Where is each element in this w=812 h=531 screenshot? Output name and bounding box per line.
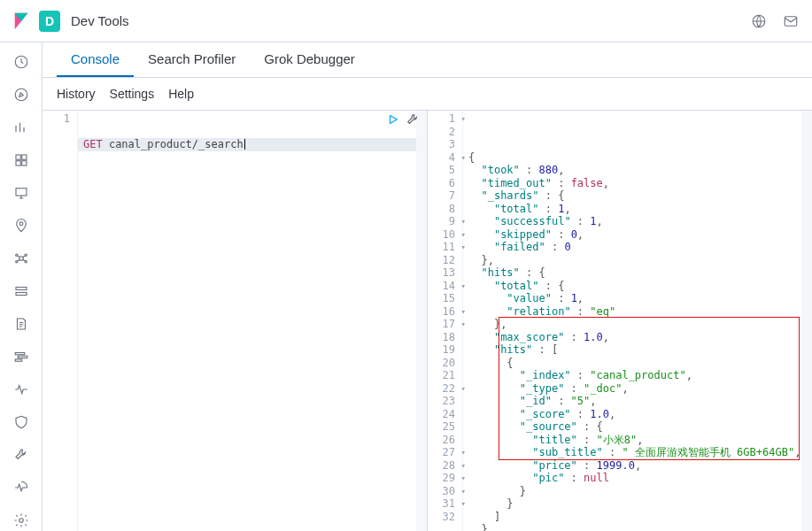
main-layout: Console Search Profiler Grok Debugger Hi… (0, 42, 812, 531)
line-number: 1 (46, 112, 70, 126)
code-line: "_type" : "_doc", (468, 382, 796, 396)
line-number: 8 (431, 203, 455, 216)
logs-icon[interactable] (11, 314, 32, 335)
metrics-icon[interactable] (11, 281, 32, 301)
code-line: }, (468, 254, 796, 267)
line-number: 12 (431, 254, 455, 267)
code-line: "skipped" : 0, (468, 228, 796, 242)
monitoring-icon[interactable] (11, 478, 32, 498)
ml-icon[interactable] (11, 248, 32, 268)
line-number: 3 (431, 138, 455, 151)
line-number: 26 (431, 434, 455, 447)
line-number: 24 (431, 408, 455, 421)
line-number: 15 (431, 292, 455, 305)
request-actions (386, 112, 420, 127)
code-line: ] (468, 511, 796, 524)
code-line: { (468, 151, 796, 165)
top-header: D Dev Tools (0, 0, 812, 42)
line-number: 5 (431, 164, 455, 177)
line-number: 32 (431, 511, 455, 524)
request-pane[interactable]: 1 GET canal_product/_search (43, 111, 428, 531)
code-line: "max_score" : 1.0, (468, 331, 796, 344)
code-line: "pic" : null (468, 472, 796, 485)
content-area: Console Search Profiler Grok Debugger Hi… (43, 42, 812, 531)
app-badge[interactable]: D (39, 11, 60, 32)
request-scrollbar[interactable] (416, 111, 427, 531)
canvas-icon[interactable] (11, 182, 32, 203)
response-pane[interactable]: 1234567891011121314151617181920212223242… (428, 111, 812, 531)
response-viewer[interactable]: { "took" : 880, "timed_out" : false, "_s… (463, 111, 801, 531)
maps-icon[interactable] (11, 215, 32, 235)
svg-point-13 (15, 261, 17, 263)
code-line: "_index" : "canal_product", (468, 369, 796, 382)
code-line: "failed" : 0 (468, 241, 796, 254)
recently-viewed-icon[interactable] (11, 51, 32, 72)
dev-tools-icon[interactable] (11, 445, 32, 466)
code-line: "_score" : 1.0, (468, 408, 796, 421)
code-line: "total" : 1, (468, 203, 796, 216)
svg-point-20 (19, 519, 23, 523)
response-scrollbar[interactable] (801, 111, 812, 531)
svg-rect-4 (16, 155, 20, 159)
line-number: 9 (431, 215, 455, 228)
line-number: 13 (431, 266, 455, 280)
line-number: 16 (431, 305, 455, 319)
svg-rect-8 (16, 189, 27, 196)
request-line[interactable]: GET canal_product/_search (78, 138, 416, 151)
dashboard-icon[interactable] (11, 150, 32, 170)
code-line: "_source" : { (468, 420, 796, 434)
side-rail (0, 42, 43, 531)
line-number: 27 (431, 446, 455, 459)
svg-point-11 (15, 254, 17, 256)
request-editor[interactable]: GET canal_product/_search (78, 111, 416, 531)
submenu-settings[interactable]: Settings (110, 87, 155, 101)
code-line: } (468, 485, 796, 498)
line-number: 17 (431, 318, 455, 331)
code-line: "successful" : 1, (468, 215, 796, 228)
tab-console[interactable]: Console (57, 42, 134, 77)
uptime-icon[interactable] (11, 380, 32, 400)
code-line: "sub_title" : " 全面屏游戏智能手机 6GB+64GB", (468, 446, 796, 459)
svg-rect-1 (785, 16, 797, 26)
code-line: "hits" : { (468, 266, 796, 280)
code-line: "hits" : [ (468, 343, 796, 357)
svg-point-9 (19, 222, 23, 226)
svg-rect-7 (21, 160, 26, 165)
line-number: 22 (431, 382, 455, 396)
text-cursor (244, 139, 245, 150)
line-number: 31 (431, 497, 455, 511)
management-icon[interactable] (11, 511, 32, 531)
tab-grok-debugger[interactable]: Grok Debugger (250, 42, 369, 77)
discover-icon[interactable] (11, 84, 32, 104)
send-request-button[interactable] (386, 112, 400, 127)
code-line: "title" : "小米8", (468, 434, 796, 447)
code-line: { (468, 357, 796, 370)
svg-rect-16 (16, 292, 27, 295)
code-line: "timed_out" : false, (468, 177, 796, 190)
code-line: "took" : 880, (468, 164, 796, 177)
submenu-help[interactable]: Help (168, 87, 194, 101)
news-icon[interactable] (748, 11, 769, 32)
tab-search-profiler[interactable]: Search Profiler (134, 42, 250, 77)
request-options-button[interactable] (406, 112, 420, 127)
line-number: 19 (431, 343, 455, 357)
code-line: } (468, 497, 796, 511)
request-gutter: 1 (43, 111, 78, 531)
feedback-icon[interactable] (780, 11, 801, 32)
line-number: 21 (431, 369, 455, 382)
line-number: 30 (431, 485, 455, 498)
visualize-icon[interactable] (11, 117, 32, 137)
svg-point-3 (15, 88, 27, 101)
siem-icon[interactable] (11, 412, 32, 433)
line-number: 4 (431, 151, 455, 165)
line-number: 29 (431, 472, 455, 485)
submenu-history[interactable]: History (57, 87, 96, 101)
code-line: "price" : 1999.0, (468, 459, 796, 473)
line-number: 20 (431, 357, 455, 370)
apm-icon[interactable] (11, 347, 32, 367)
line-number: 2 (431, 126, 455, 139)
svg-rect-5 (21, 155, 26, 159)
kibana-logo[interactable] (11, 11, 32, 32)
line-number: 14 (431, 280, 455, 293)
svg-rect-17 (15, 353, 25, 355)
